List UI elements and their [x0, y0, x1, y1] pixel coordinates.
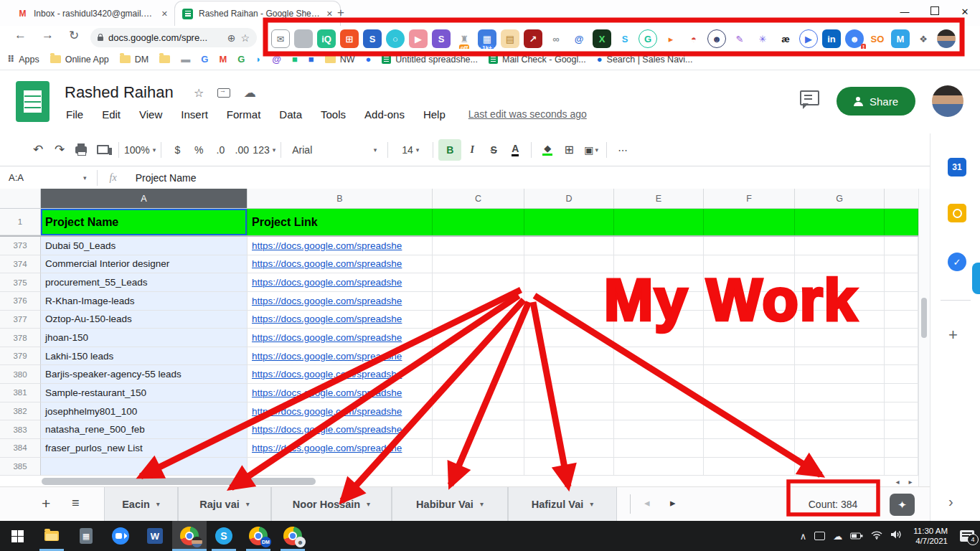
cell-empty[interactable]	[433, 384, 524, 402]
cell-project-link[interactable]: https://docs.google.com/spreadshe	[248, 420, 433, 439]
row-number[interactable]: 378	[0, 329, 41, 347]
cell-empty[interactable]	[795, 255, 885, 274]
cell-empty[interactable]	[524, 237, 614, 255]
bookmark-item[interactable]: Mail Check - Googl...	[489, 55, 586, 65]
volume-icon[interactable]	[890, 529, 903, 542]
column-header-C[interactable]: C	[433, 189, 524, 209]
back-button[interactable]: ←	[14, 28, 27, 42]
format-currency-button[interactable]: $	[166, 139, 188, 161]
cell-empty[interactable]	[614, 329, 704, 347]
extension-fox-icon[interactable]: ▸	[661, 29, 680, 48]
print-button[interactable]	[70, 139, 92, 161]
hidden-icons-chevron[interactable]: ∧	[800, 531, 807, 542]
cell-empty[interactable]	[795, 402, 885, 421]
cell-empty[interactable]	[885, 292, 918, 311]
cell-empty[interactable]	[524, 292, 614, 311]
sheet-tab-raju-vai[interactable]: Raju vai▾	[178, 487, 271, 521]
row-number[interactable]: 373	[0, 237, 41, 255]
cell-empty[interactable]	[795, 237, 885, 255]
cell-empty[interactable]	[433, 420, 524, 439]
link-text[interactable]: https://docs.google.com/spreadshe	[252, 406, 402, 417]
more-toolbar-button[interactable]: ⋯	[612, 139, 633, 161]
cell-empty[interactable]	[433, 292, 524, 311]
taskbar-word[interactable]: W	[138, 521, 172, 551]
cell-project-link[interactable]: https://docs.google.com/spreadshe	[248, 273, 433, 292]
bookmark-item[interactable]: NW	[325, 55, 355, 65]
comment-history-icon[interactable]	[800, 90, 819, 105]
column-header-F[interactable]: F	[704, 189, 795, 209]
cell-header-empty[interactable]	[795, 209, 885, 235]
sheet-tab-caret-icon[interactable]: ▾	[246, 500, 250, 508]
redo-button[interactable]: ↷	[49, 139, 70, 161]
menu-data[interactable]: Data	[279, 108, 302, 121]
cell-project-name[interactable]: procurement_55_Leads	[41, 273, 248, 292]
sheet-tab-caret-icon[interactable]: ▾	[480, 500, 484, 508]
onedrive-icon[interactable]: ☁	[833, 531, 842, 542]
cell-project-link[interactable]: https://docs.google.com/spreadshe	[248, 439, 433, 458]
extension-red-arrow-icon[interactable]: ↗	[524, 29, 542, 48]
cell-empty[interactable]	[614, 420, 704, 439]
text-color-button[interactable]: A	[504, 139, 526, 161]
cell-empty[interactable]	[795, 439, 885, 458]
zoom-select[interactable]: 100%▾	[124, 139, 156, 161]
decrease-decimal-button[interactable]: .0	[209, 139, 231, 161]
select-all-corner[interactable]	[0, 189, 41, 209]
cell-project-link[interactable]: https://docs.google.com/spreadshe	[248, 365, 433, 384]
tab-scroll-left-icon[interactable]: ◂	[644, 496, 650, 509]
cell-empty[interactable]	[885, 439, 918, 458]
cell-empty[interactable]	[704, 237, 795, 255]
cell-empty[interactable]	[614, 384, 704, 402]
cell-empty[interactable]	[885, 273, 918, 292]
edge-handle[interactable]	[972, 263, 980, 294]
cell-empty[interactable]	[433, 365, 524, 384]
sheet-tab-caret-icon[interactable]: ▾	[590, 500, 593, 508]
cell-empty[interactable]	[795, 458, 885, 476]
row-number[interactable]: 379	[0, 347, 41, 366]
cell-empty[interactable]	[433, 311, 524, 329]
cell-empty[interactable]	[433, 402, 524, 421]
vertical-scrollbar[interactable]	[918, 189, 930, 486]
row-number[interactable]: 376	[0, 292, 41, 311]
clock[interactable]: 11:30 AM 4/7/2021	[913, 526, 948, 546]
row-number[interactable]: 380	[0, 365, 41, 384]
cell-empty[interactable]	[885, 458, 918, 476]
extension-s-sky-icon[interactable]: S	[616, 29, 634, 48]
bookmark-item[interactable]: ◗	[255, 55, 261, 65]
extension-grammarly-icon[interactable]: G	[639, 29, 657, 48]
cell-empty[interactable]	[524, 420, 614, 439]
bookmark-item[interactable]: ⠿Apps	[7, 55, 39, 65]
menu-tools[interactable]: Tools	[321, 108, 346, 121]
address-bar[interactable]: docs.google.com/spre... ⊕ ☆	[90, 28, 257, 47]
battery-icon[interactable]	[850, 529, 863, 542]
cell-empty[interactable]	[433, 439, 524, 458]
cell-project-link[interactable]: https://docs.google.com/spreadshe	[248, 384, 433, 402]
column-header-B[interactable]: B	[248, 189, 433, 209]
bookmark-item[interactable]: Untitled spreadshe...	[382, 55, 478, 65]
font-size-select[interactable]: 14▾	[393, 139, 428, 161]
cell-empty[interactable]	[614, 273, 704, 292]
taskbar-start[interactable]	[0, 521, 34, 551]
menu-insert[interactable]: Insert	[181, 108, 208, 121]
bookmark-item[interactable]: ●	[365, 55, 371, 65]
extension-x-green-icon[interactable]: X	[593, 29, 611, 48]
extension-orange-grid-icon[interactable]: ⊞	[340, 29, 359, 48]
cell-empty[interactable]	[704, 384, 795, 402]
extension-iq-icon[interactable]: iQ	[317, 29, 336, 48]
cell-empty[interactable]	[704, 365, 795, 384]
browser-tab[interactable]: MInbox - rashidul3420@gmail.com✕	[10, 1, 175, 26]
cell-empty[interactable]	[704, 311, 795, 329]
cell-empty[interactable]	[704, 347, 795, 366]
count-summary[interactable]: Count: 384	[789, 487, 877, 521]
extension-s-blue-icon[interactable]: S	[363, 29, 382, 48]
link-text[interactable]: https://docs.google.com/spreadshe	[252, 351, 402, 362]
cell-project-link[interactable]: https://docs.google.com/spreadshe	[248, 329, 433, 347]
taskbar-file-explorer[interactable]	[34, 521, 69, 551]
paint-format-button[interactable]	[92, 139, 113, 161]
cell-empty[interactable]	[885, 311, 918, 329]
cell-empty[interactable]	[433, 255, 524, 274]
font-select[interactable]: Arial▾	[286, 139, 382, 161]
cell-empty[interactable]	[524, 255, 614, 274]
link-text[interactable]: https://docs.google.com/spreadshe	[252, 443, 402, 453]
bookmark-item[interactable]: ▬	[181, 55, 190, 65]
row-number[interactable]: 383	[0, 420, 41, 439]
